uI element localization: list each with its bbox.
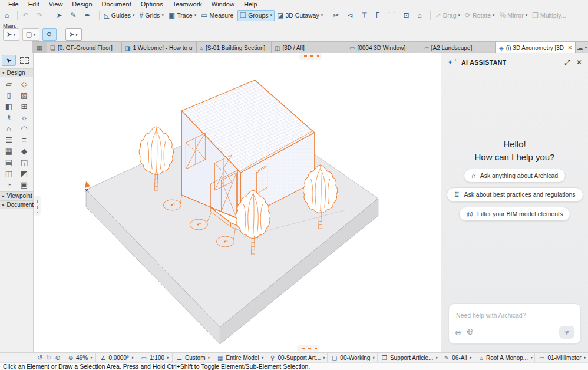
pick-up-parameters-button[interactable]: ✎ (68, 10, 82, 21)
fillet-button[interactable]: ⌒ (385, 10, 401, 21)
menu-item[interactable]: Document (97, 0, 136, 8)
stretch-button[interactable]: ⊡ (401, 10, 415, 21)
object-tool[interactable]: ♗ (1, 112, 16, 123)
curtain-wall-tool[interactable]: ▦ (1, 146, 16, 157)
tab-building-section[interactable]: ⌂ [S-01 Building Section] (197, 42, 272, 54)
tab-3d-window[interactable]: ▭ [0004 3D Window] (346, 42, 421, 54)
renovation-filter[interactable]: ✎ 06-All ▸ (440, 353, 475, 362)
toolbox-section-document[interactable]: ▸ Document (0, 200, 33, 209)
groups-button[interactable]: ❏ Groups ▾ (237, 10, 275, 21)
toolbar-button[interactable] (17, 11, 18, 20)
trace-button[interactable]: ▣ Trace ▾ (166, 10, 199, 21)
roof-tool[interactable]: ⌂ (1, 123, 16, 134)
palette-handle-top[interactable] (300, 54, 321, 59)
3d-model-drawing[interactable] (34, 53, 441, 352)
menu-item[interactable]: Teamwork (168, 0, 207, 8)
zone-tool[interactable]: ◱ (16, 157, 32, 168)
inject-parameters-button[interactable]: ✒ (82, 10, 97, 21)
globe-icon[interactable] (467, 328, 474, 336)
tab-ground-floor[interactable]: ❏ [0. GF-Ground Floor] (47, 42, 122, 54)
3d-viewport[interactable] (34, 53, 441, 352)
menu-item[interactable]: View (44, 0, 68, 8)
morph-tool[interactable]: ◆ (16, 146, 32, 157)
orbit-button[interactable]: ⟲ (42, 28, 57, 41)
toolbar-button[interactable] (430, 11, 431, 20)
redo-button[interactable]: ↷ (34, 10, 48, 21)
zoom-back-button[interactable]: ↺ (37, 354, 42, 362)
attach-plus-icon[interactable]: ⊕ (455, 329, 461, 336)
zoom-in-button[interactable]: ⊕ (55, 354, 60, 362)
curved-shell-tool[interactable]: ◔ (1, 179, 16, 190)
window-tool[interactable]: ⊞ (16, 101, 32, 112)
grids-button[interactable]: # Grids ▾ (137, 10, 166, 21)
toolbox-section-viewpoint[interactable]: ▸ Viewpoint (0, 191, 33, 200)
door-tool[interactable]: ◧ (1, 101, 16, 112)
marquee-tool-button[interactable]: ▢ ▸ (22, 28, 39, 41)
home-button[interactable]: ⌂ (2, 10, 15, 21)
marquee-tool[interactable] (18, 55, 32, 66)
adjust-button[interactable]: ⊲ (345, 10, 359, 21)
multiply-button[interactable]: ❒ Multiply... (530, 10, 570, 21)
corner-button[interactable]: Γ (374, 10, 386, 21)
lamp-tool[interactable]: ☼ (16, 112, 32, 123)
pen-set[interactable]: ⚲ 00-Support Art... ▸ (266, 353, 327, 362)
suggestion-best-practices[interactable]: ♖ Ask about best practices and regulatio… (447, 187, 583, 202)
menu-item[interactable]: File (4, 0, 24, 8)
stair-tool[interactable]: ☰ (1, 134, 16, 146)
expand-icon[interactable]: ⤢ (564, 58, 570, 67)
tab-3d-all[interactable]: ◫ [3D / All] (272, 42, 346, 54)
explode-button[interactable]: ⌂ (415, 10, 427, 21)
tab-welcome[interactable]: ◨ 1 Welcome! - How to use [1 ... (122, 42, 197, 54)
undo-button[interactable]: ↶ (20, 10, 34, 21)
wall-tool[interactable]: ▱ (1, 78, 16, 90)
arrow-select-tool[interactable]: ➤ (2, 55, 16, 66)
layer-combination[interactable]: ☰ Custom ▸ (172, 353, 213, 362)
mirror-button[interactable]: % Mirror ▾ (497, 10, 530, 21)
slab-tool[interactable]: ◇ (16, 78, 32, 90)
shell-tool[interactable]: ◠ (16, 123, 32, 134)
graphic-override[interactable]: ❐ Support Article... ▸ (377, 353, 440, 362)
structure-display[interactable]: ▦ Entire Model ▸ (213, 353, 266, 362)
navigator-popup-icon[interactable]: ▦ (32, 42, 47, 54)
gravity-button[interactable]: ⊤ (359, 10, 373, 21)
arrow-tool-button[interactable]: ➤ ▸ (65, 28, 82, 41)
ai-input[interactable] (455, 311, 577, 319)
menu-item[interactable]: Design (67, 0, 97, 8)
measure-button[interactable]: ▭ Measure (199, 10, 237, 21)
toolbar-button[interactable] (99, 11, 100, 20)
opening-tool[interactable]: ◫ (1, 168, 16, 179)
tab-a2-landscape[interactable]: ▱ [A2 Landscape] (421, 42, 496, 54)
close-icon[interactable]: ✕ (576, 58, 582, 67)
close-icon[interactable]: ✕ (566, 45, 572, 51)
menu-item[interactable]: Help (239, 0, 262, 8)
menu-item[interactable]: Edit (24, 0, 44, 8)
rotation-angle[interactable]: ∠ 0.0000° ▸ (95, 353, 136, 362)
dimension-style[interactable]: ▭ 01-Millimeter ▸ (534, 353, 588, 362)
3d-cutaway-button[interactable]: ◪ 3D Cutaway ▾ (275, 10, 325, 21)
tab-3d-axonometry[interactable]: ◈ (i) 3D Axonometry [3D Axono... ✕ (496, 42, 576, 54)
palette-handle-bottom[interactable] (298, 346, 319, 351)
tab-overflow[interactable]: ☁ ▾ (576, 42, 588, 54)
railing-tool[interactable]: ≡ (16, 134, 32, 146)
favorite-roof[interactable]: ⌂ Roof A Monop... ▸ (475, 353, 534, 362)
skylight-tool[interactable]: ◩ (16, 168, 32, 179)
toolbar-button[interactable] (51, 11, 51, 20)
split-button[interactable]: ✂ (331, 10, 345, 21)
menu-item[interactable]: Options (136, 0, 168, 8)
rotate-button[interactable]: ⟳ Rotate ▾ (463, 10, 497, 21)
zoom-forward-button[interactable]: ↻ (46, 354, 51, 362)
column-tool[interactable]: ▯ (1, 90, 16, 101)
drawing-scale[interactable]: ▭ 1:100 ▸ (137, 353, 173, 362)
palette-handle-left[interactable] (35, 196, 40, 215)
menu-item[interactable]: Window (207, 0, 239, 8)
beam-tool[interactable]: ▨ (16, 90, 32, 101)
model-view-options[interactable]: ▢ 00-Working ▸ (327, 353, 377, 362)
suggestion-filter-bim[interactable]: @ Filter your BIM model elements (459, 207, 570, 221)
element-select-button[interactable]: ➤ (54, 10, 68, 21)
zoom-level[interactable]: ⊛ 46% ▸ (64, 353, 96, 362)
drag-button[interactable]: ↗ Drag ▾ (433, 10, 463, 21)
toolbar-button[interactable] (328, 11, 328, 20)
toolbox-section-design[interactable]: ▾ Design (0, 68, 33, 77)
suggestion-ask-anything[interactable]: ∩ Ask anything about Archicad (464, 169, 566, 183)
mesh-tool[interactable]: ▤ (1, 157, 16, 168)
